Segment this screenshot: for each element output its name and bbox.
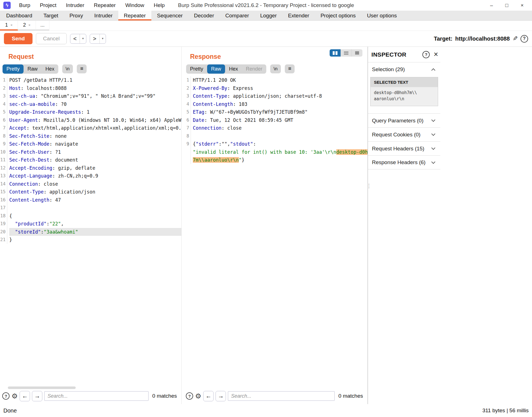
splitter-handle-icon[interactable]: ⋮ (366, 185, 372, 187)
gear-icon[interactable]: ⚙ (11, 393, 18, 400)
response-editor[interactable]: 1HTTP/1.1 200 OK2X-Powered-By: Express3C… (184, 74, 367, 390)
tab-user-options[interactable]: User options (361, 11, 403, 20)
code-line[interactable]: 13Accept-Language: zh-CN,zh;q=0.9 (0, 172, 181, 180)
tab-decoder[interactable]: Decoder (188, 11, 220, 20)
code-line[interactable]: 3Content-Type: application/json; charset… (184, 92, 367, 100)
response-view-tab-pretty[interactable]: Pretty (186, 64, 207, 74)
close-tab-icon[interactable]: × (28, 23, 31, 27)
editor-menu-icon[interactable]: ≡ (77, 64, 87, 73)
close-tab-icon[interactable]: × (10, 23, 13, 27)
response-view-tab-render[interactable]: Render (242, 64, 266, 74)
code-line[interactable]: 9Sec-Fetch-Mode: navigate (0, 140, 181, 148)
request-editor[interactable]: 1POST /getData HTTP/1.12Host: localhost:… (0, 74, 181, 386)
maximize-button[interactable]: □ (505, 3, 508, 8)
code-line[interactable]: 15Content-Type: application/json (0, 188, 181, 196)
menu-repeater[interactable]: Repeater (94, 2, 116, 8)
code-line[interactable]: 6User-Agent: Mozilla/5.0 (Windows NT 10.… (0, 116, 181, 124)
selection-section-header[interactable]: Selection (29) (368, 62, 440, 76)
inspector-section-response-headers[interactable]: Response Headers (6) (368, 155, 440, 169)
code-line[interactable]: 4Content-Length: 103 (184, 100, 367, 108)
code-line[interactable]: 11Sec-Fetch-Dest: document (0, 156, 181, 164)
code-line[interactable]: 2Host: localhost:8088 (0, 84, 181, 92)
request-view-tab-raw[interactable]: Raw (24, 64, 41, 74)
menu-project[interactable]: Project (40, 2, 56, 8)
code-line[interactable]: "invalid literal for int() with base 10:… (184, 148, 367, 156)
code-line[interactable]: 20 "storeId":"3aa&whoami" (0, 228, 181, 236)
code-line[interactable]: 9{"stderr":"","stdout": (184, 140, 367, 148)
cancel-button[interactable]: Cancel (36, 33, 66, 44)
code-line[interactable]: 19 "productId":"22", (0, 220, 181, 228)
code-line[interactable]: 3sec-ch-ua: "Chromium";v="91", " Not;A B… (0, 92, 181, 100)
code-line[interactable]: 10Sec-Fetch-User: ?1 (0, 148, 181, 156)
edit-target-icon[interactable]: ✎ (513, 35, 518, 42)
code-line[interactable]: 8 (184, 132, 367, 140)
show-newlines-button[interactable]: \n (270, 64, 281, 73)
code-line[interactable]: 1HTTP/1.1 200 OK (184, 76, 367, 84)
tab-extender[interactable]: Extender (282, 11, 315, 20)
close-button[interactable]: × (521, 3, 524, 8)
previous-match-button[interactable]: ← (20, 391, 30, 401)
dropdown-arrow-icon[interactable]: ▾ (80, 34, 86, 43)
code-line[interactable]: 7m\\aaronluo\r\n"} (184, 156, 367, 164)
menu-window[interactable]: Window (125, 2, 144, 8)
previous-match-button[interactable]: ← (203, 391, 214, 401)
help-icon[interactable]: ? (521, 35, 528, 43)
request-view-tab-pretty[interactable]: Pretty (3, 64, 24, 74)
tab-intruder[interactable]: Intruder (89, 11, 118, 20)
inspector-section-query-parameters[interactable]: Query Parameters (0) (368, 113, 440, 127)
tab-project-options[interactable]: Project options (315, 11, 361, 20)
tab-target[interactable]: Target (38, 11, 64, 20)
code-line[interactable]: 16Content-Length: 47 (0, 196, 181, 204)
tab-comparer[interactable]: Comparer (220, 11, 255, 20)
code-line[interactable]: 4sec-ch-ua-mobile: ?0 (0, 100, 181, 108)
gear-icon[interactable]: ⚙ (195, 393, 201, 400)
repeater-tab-2[interactable]: 2× (18, 21, 36, 31)
code-line[interactable]: 5ETag: W/"67-+ByWUGOsTbYyfWf9jTJETUBf9m8… (184, 108, 367, 116)
help-icon[interactable]: ? (186, 392, 193, 400)
layout-single-button[interactable] (351, 49, 362, 57)
request-view-tab-hex[interactable]: Hex (41, 64, 58, 74)
next-match-button[interactable]: → (32, 391, 42, 401)
scrollbar-thumb[interactable] (8, 386, 76, 389)
code-line[interactable]: 14Connection: close (0, 180, 181, 188)
response-view-tab-hex[interactable]: Hex (225, 64, 242, 74)
menu-burp[interactable]: Burp (19, 2, 30, 8)
close-inspector-icon[interactable]: × (434, 50, 438, 59)
code-line[interactable]: 12Accept-Encoding: gzip, deflate (0, 164, 181, 172)
code-line[interactable]: 7Connection: close (184, 124, 367, 132)
inspector-section-request-cookies[interactable]: Request Cookies (0) (368, 127, 440, 141)
code-line[interactable]: 1POST /getData HTTP/1.1 (0, 76, 181, 84)
search-input[interactable] (44, 391, 149, 401)
tab-repeater[interactable]: Repeater (118, 11, 151, 20)
editor-menu-icon[interactable]: ≡ (285, 64, 295, 73)
previous-request-button[interactable]: < ▾ (70, 34, 86, 44)
code-line[interactable]: 6Date: Tue, 12 Oct 2021 08:59:45 GMT (184, 116, 367, 124)
tab-proxy[interactable]: Proxy (64, 11, 89, 20)
send-button[interactable]: Send (4, 33, 33, 44)
code-line[interactable]: 7Accept: text/html,application/xhtml+xml… (0, 124, 181, 132)
code-line[interactable]: 5Upgrade-Insecure-Requests: 1 (0, 108, 181, 116)
tab-logger[interactable]: Logger (255, 11, 282, 20)
help-icon[interactable]: ? (422, 51, 430, 58)
tab-dashboard[interactable]: Dashboard (1, 11, 38, 20)
menu-intruder[interactable]: Intruder (66, 2, 84, 8)
help-icon[interactable]: ? (2, 392, 10, 400)
show-newlines-button[interactable]: \n (62, 64, 73, 73)
code-line[interactable]: 18{ (0, 212, 181, 220)
tab-sequencer[interactable]: Sequencer (151, 11, 188, 20)
inspector-section-request-headers[interactable]: Request Headers (15) (368, 141, 440, 155)
next-request-button[interactable]: > ▾ (90, 34, 106, 44)
layout-rows-button[interactable] (341, 49, 351, 57)
code-line[interactable]: 8Sec-Fetch-Site: none (0, 132, 181, 140)
repeater-tab-more[interactable]: ... (36, 21, 49, 31)
code-line[interactable]: 2X-Powered-By: Express (184, 84, 367, 92)
layout-columns-button[interactable] (330, 49, 341, 57)
code-line[interactable]: 21} (0, 236, 181, 244)
minimize-button[interactable]: – (490, 3, 493, 8)
repeater-tab-1[interactable]: 1× (0, 21, 18, 31)
next-match-button[interactable]: → (216, 391, 226, 401)
response-view-tab-raw[interactable]: Raw (207, 64, 225, 74)
dropdown-arrow-icon[interactable]: ▾ (100, 34, 106, 43)
code-line[interactable]: 17 (0, 204, 181, 212)
search-input[interactable] (228, 391, 335, 401)
